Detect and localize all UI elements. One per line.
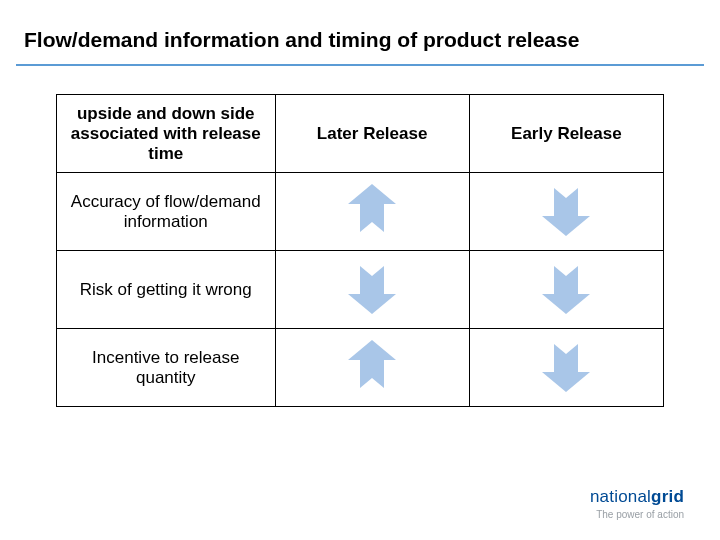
svg-marker-3 <box>542 266 590 314</box>
comparison-table: upside and down side associated with rel… <box>56 94 664 407</box>
brand-tagline: The power of action <box>590 509 684 520</box>
arrow-cell-later <box>275 173 469 251</box>
arrow-down-icon <box>540 338 592 394</box>
table-header-row: upside and down side associated with rel… <box>57 95 664 173</box>
col-early-release: Early Release <box>469 95 663 173</box>
row-header-label: upside and down side associated with rel… <box>57 95 276 173</box>
brand-part1: national <box>590 487 651 506</box>
table-row: Risk of getting it wrong <box>57 251 664 329</box>
svg-marker-5 <box>542 344 590 392</box>
brand-part2: grid <box>651 487 684 506</box>
table-row: Incentive to release quantity <box>57 329 664 407</box>
table-row: Accuracy of flow/demand information <box>57 173 664 251</box>
svg-marker-4 <box>348 340 396 388</box>
page-title: Flow/demand information and timing of pr… <box>0 0 720 60</box>
title-rule <box>16 64 704 66</box>
arrow-down-icon <box>540 182 592 238</box>
row-label: Accuracy of flow/demand information <box>57 173 276 251</box>
row-label: Risk of getting it wrong <box>57 251 276 329</box>
arrow-up-icon <box>346 338 398 394</box>
arrow-down-icon <box>540 260 592 316</box>
arrow-cell-early <box>469 329 663 407</box>
svg-marker-0 <box>348 184 396 232</box>
arrow-cell-early <box>469 173 663 251</box>
row-label: Incentive to release quantity <box>57 329 276 407</box>
footer-brand: nationalgrid The power of action <box>590 487 684 520</box>
arrow-cell-later <box>275 329 469 407</box>
arrow-down-icon <box>346 260 398 316</box>
arrow-cell-later <box>275 251 469 329</box>
col-later-release: Later Release <box>275 95 469 173</box>
arrow-up-icon <box>346 182 398 238</box>
svg-marker-1 <box>542 188 590 236</box>
svg-marker-2 <box>348 266 396 314</box>
brand-logo: nationalgrid <box>590 487 684 507</box>
comparison-table-wrap: upside and down side associated with rel… <box>56 94 664 407</box>
arrow-cell-early <box>469 251 663 329</box>
